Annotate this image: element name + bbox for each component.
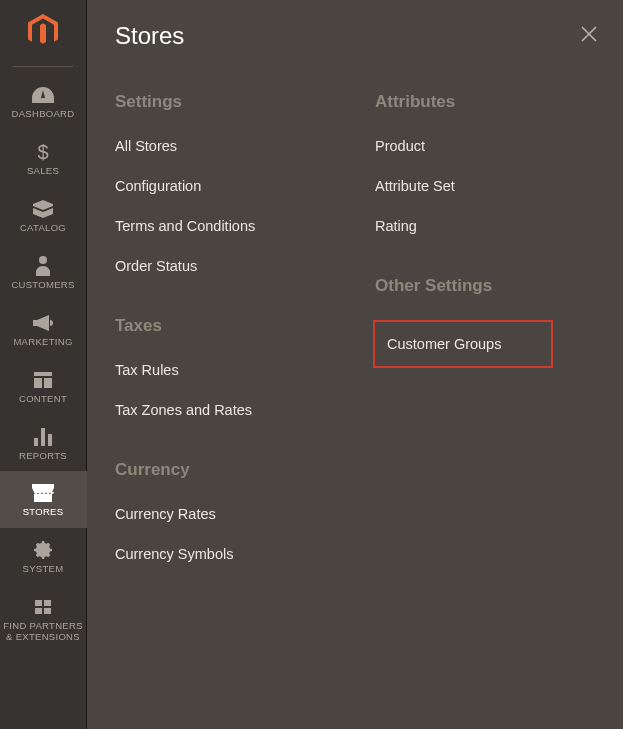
sidebar-item-reports[interactable]: REPORTS <box>0 415 87 472</box>
nav-label: CUSTOMERS <box>11 280 74 291</box>
link-configuration[interactable]: Configuration <box>115 178 335 194</box>
nav-label: SYSTEM <box>23 564 64 575</box>
link-tax-zones-rates[interactable]: Tax Zones and Rates <box>115 402 335 418</box>
nav-label: DASHBOARD <box>12 109 75 120</box>
bars-icon <box>31 427 55 447</box>
megaphone-icon <box>31 313 55 333</box>
section-title: Attributes <box>375 92 595 112</box>
link-product[interactable]: Product <box>375 138 595 154</box>
link-currency-rates[interactable]: Currency Rates <box>115 506 335 522</box>
box-icon <box>31 199 55 219</box>
link-order-status[interactable]: Order Status <box>115 258 335 274</box>
close-button[interactable] <box>579 24 599 44</box>
sidebar-item-marketing[interactable]: MARKETING <box>0 301 87 358</box>
section-title: Other Settings <box>375 276 595 296</box>
panel-column-left: Settings All Stores Configuration Terms … <box>115 92 335 604</box>
link-rating[interactable]: Rating <box>375 218 595 234</box>
section-other-settings: Other Settings Customer Groups <box>375 276 595 388</box>
gear-icon <box>31 540 55 560</box>
sidebar-item-dashboard[interactable]: DASHBOARD <box>0 73 87 130</box>
section-currency: Currency Currency Rates Currency Symbols <box>115 460 335 562</box>
nav-label: STORES <box>23 507 64 518</box>
magento-logo[interactable] <box>28 0 58 58</box>
link-customer-groups[interactable]: Customer Groups <box>373 320 553 368</box>
link-terms-conditions[interactable]: Terms and Conditions <box>115 218 335 234</box>
link-all-stores[interactable]: All Stores <box>115 138 335 154</box>
panel-column-right: Attributes Product Attribute Set Rating … <box>375 92 595 604</box>
nav-label: MARKETING <box>13 337 72 348</box>
sidebar-divider <box>13 66 73 67</box>
storefront-icon <box>31 483 55 503</box>
sidebar-item-customers[interactable]: CUSTOMERS <box>0 244 87 301</box>
blocks-icon <box>31 597 55 617</box>
nav-label: SALES <box>27 166 59 177</box>
panel-title: Stores <box>115 22 595 50</box>
svg-text:$: $ <box>37 141 48 163</box>
svg-point-1 <box>39 256 47 264</box>
section-settings: Settings All Stores Configuration Terms … <box>115 92 335 274</box>
nav-label: CONTENT <box>19 394 67 405</box>
link-tax-rules[interactable]: Tax Rules <box>115 362 335 378</box>
section-title: Taxes <box>115 316 335 336</box>
nav-label: REPORTS <box>19 451 67 462</box>
link-attribute-set[interactable]: Attribute Set <box>375 178 595 194</box>
sidebar-item-partners[interactable]: FIND PARTNERS & EXTENSIONS <box>0 585 87 653</box>
nav-label: FIND PARTNERS & EXTENSIONS <box>3 621 83 643</box>
link-currency-symbols[interactable]: Currency Symbols <box>115 546 335 562</box>
person-icon <box>31 256 55 276</box>
sidebar-item-sales[interactable]: $ SALES <box>0 130 87 187</box>
sidebar-item-system[interactable]: SYSTEM <box>0 528 87 585</box>
dashboard-icon <box>31 85 55 105</box>
sidebar-item-catalog[interactable]: CATALOG <box>0 187 87 244</box>
dollar-icon: $ <box>31 142 55 162</box>
stores-flyout-panel: Stores Settings All Stores Configuration… <box>87 0 623 729</box>
sidebar-item-stores[interactable]: STORES <box>0 471 87 528</box>
panel-columns: Settings All Stores Configuration Terms … <box>115 92 595 604</box>
nav-label: CATALOG <box>20 223 66 234</box>
section-attributes: Attributes Product Attribute Set Rating <box>375 92 595 234</box>
layout-icon <box>31 370 55 390</box>
sidebar-item-content[interactable]: CONTENT <box>0 358 87 415</box>
section-title: Settings <box>115 92 335 112</box>
section-title: Currency <box>115 460 335 480</box>
section-taxes: Taxes Tax Rules Tax Zones and Rates <box>115 316 335 418</box>
admin-sidebar: DASHBOARD $ SALES CATALOG CUSTOMERS MARK… <box>0 0 87 729</box>
